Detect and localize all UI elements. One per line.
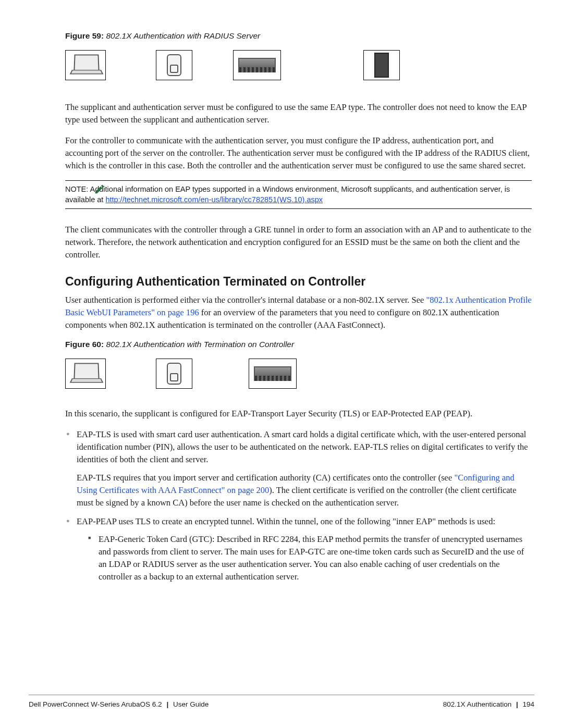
figure-title: 802.1X Authentication with Termination o… bbox=[106, 340, 294, 349]
figure-59-caption: Figure 59: 802.1X Authentication with RA… bbox=[65, 31, 532, 41]
note-lead: NOTE: bbox=[65, 185, 90, 193]
paragraph: User authentication is performed either … bbox=[65, 294, 532, 331]
note-link[interactable]: http://technet.microsoft.com/en-us/libra… bbox=[105, 195, 323, 204]
controller-icon bbox=[233, 50, 281, 80]
paragraph: The supplicant and authentication server… bbox=[65, 101, 532, 126]
list-item: EAP-TLS is used with smart card user aut… bbox=[65, 428, 532, 510]
page-footer: Dell PowerConnect W-Series ArubaOS 6.2 |… bbox=[29, 695, 534, 708]
laptop-icon bbox=[65, 359, 106, 389]
access-point-icon bbox=[156, 50, 192, 80]
paragraph: For the controller to communicate with t… bbox=[65, 134, 532, 172]
bullet-list: EAP-TLS is used with smart card user aut… bbox=[65, 428, 532, 583]
pencil-icon bbox=[94, 183, 105, 195]
controller-icon bbox=[249, 359, 297, 389]
list-item: EAP-Generic Token Card (GTC): Described … bbox=[88, 533, 532, 583]
server-icon bbox=[363, 50, 400, 80]
figure-60-graphic bbox=[65, 359, 532, 389]
figure-title: 802.1X Authentication with RADIUS Server bbox=[106, 31, 260, 40]
paragraph: In this scenario, the supplicant is conf… bbox=[65, 408, 532, 420]
footer-left: Dell PowerConnect W-Series ArubaOS 6.2 |… bbox=[29, 700, 209, 708]
footer-right: 802.1X Authentication | 194 bbox=[443, 700, 534, 708]
access-point-icon bbox=[156, 359, 192, 389]
figure-lead: Figure 60: bbox=[65, 340, 104, 349]
figure-lead: Figure 59: bbox=[65, 31, 104, 40]
section-heading: Configuring Authentication Terminated on… bbox=[65, 275, 532, 289]
list-item: EAP-PEAP uses TLS to create an encrypted… bbox=[65, 515, 532, 583]
figure-59-graphic bbox=[65, 50, 532, 80]
figure-60-caption: Figure 60: 802.1X Authentication with Te… bbox=[65, 340, 532, 349]
laptop-icon bbox=[65, 50, 106, 80]
note-block: NOTE: Additional information on EAP type… bbox=[65, 180, 532, 209]
paragraph: The client communicates with the control… bbox=[65, 224, 532, 261]
inner-list: EAP-Generic Token Card (GTC): Described … bbox=[77, 533, 532, 583]
